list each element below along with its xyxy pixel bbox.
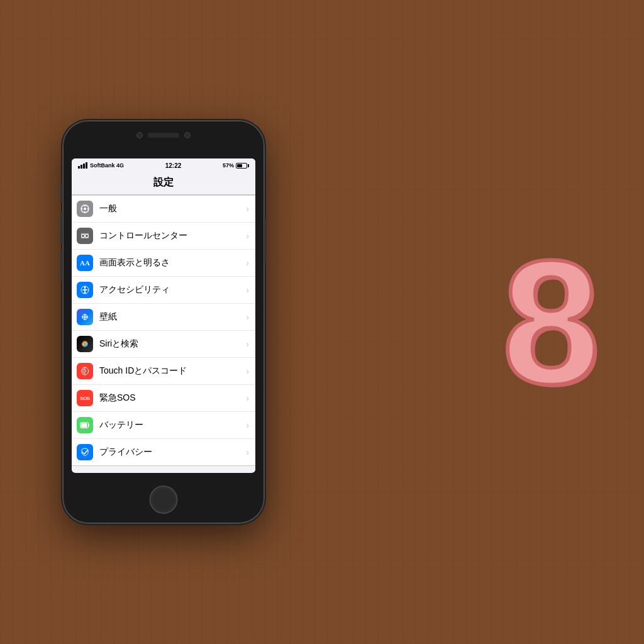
decoration-number: 8 (502, 234, 600, 410)
siri-chevron: › (246, 339, 249, 349)
status-left: SoftBank 4G (78, 162, 124, 169)
display-icon: AA (77, 255, 93, 271)
general-icon (77, 201, 93, 217)
sos-icon: SOS (77, 390, 93, 406)
touchid-label: Touch IDとパスコード (99, 365, 243, 377)
control-center-label: コントロールセンター (99, 230, 243, 242)
settings-item-battery[interactable]: バッテリー › (72, 412, 255, 439)
privacy-chevron: › (246, 447, 249, 457)
privacy-icon (77, 444, 93, 460)
settings-list: 一般 › コントロールセンター (72, 195, 255, 472)
status-right: 57% (223, 162, 249, 169)
status-time: 12:22 (165, 162, 182, 169)
svg-rect-21 (81, 423, 87, 428)
phone-top-bar (136, 132, 191, 138)
wallpaper-label: 壁紙 (99, 311, 243, 323)
settings-item-general[interactable]: 一般 › (72, 196, 255, 223)
svg-point-7 (86, 235, 89, 238)
battery-chevron: › (246, 420, 249, 430)
signal-bar-2 (80, 165, 82, 169)
control-center-chevron: › (246, 231, 249, 241)
status-bar: SoftBank 4G 12:22 57% (72, 158, 255, 172)
control-center-icon (77, 228, 93, 244)
sos-chevron: › (246, 393, 249, 403)
settings-item-touchid[interactable]: Touch IDとパスコード › (72, 358, 255, 385)
display-chevron: › (246, 258, 249, 268)
settings-item-siri[interactable]: Siriと検索 › (72, 331, 255, 358)
signal-bar-4 (86, 162, 87, 169)
svg-point-6 (82, 235, 85, 238)
signal-bars (78, 162, 87, 169)
battery-percent: 57% (223, 162, 234, 169)
front-camera (136, 132, 143, 138)
earpiece-speaker (148, 133, 179, 138)
general-settings-section: 一般 › コントロールセンター (72, 195, 255, 466)
mute-button[interactable] (60, 184, 63, 203)
svg-point-10 (84, 287, 86, 289)
number-eight-display: 8 (502, 234, 600, 410)
svg-point-18 (82, 341, 88, 347)
privacy-label: プライバシー (99, 447, 243, 458)
accessibility-icon (77, 282, 93, 298)
battery-tip (248, 164, 249, 167)
signal-bar-3 (83, 164, 85, 169)
settings-item-sos[interactable]: SOS 緊急SOS › (72, 385, 255, 412)
sensor (184, 132, 191, 138)
general-settings-group: 一般 › コントロールセンター (72, 195, 255, 466)
siri-label: Siriと検索 (99, 338, 243, 350)
settings-item-display[interactable]: AA 画面表示と明るさ › (72, 250, 255, 277)
settings-item-wallpaper[interactable]: 壁紙 › (72, 304, 255, 331)
carrier-label: SoftBank 4G (90, 162, 124, 169)
settings-item-privacy[interactable]: プライバシー › (72, 439, 255, 465)
battery-settings-icon (77, 417, 93, 433)
home-button[interactable] (150, 486, 178, 514)
volume-up-button[interactable] (60, 212, 63, 243)
wallpaper-icon (77, 309, 93, 325)
sos-label: 緊急SOS (99, 392, 243, 404)
siri-icon (77, 336, 93, 352)
volume-down-button[interactable] (60, 250, 63, 281)
touchid-icon (77, 363, 93, 379)
battery-icon (236, 163, 249, 169)
accessibility-chevron: › (246, 285, 249, 295)
battery-fill (237, 164, 242, 167)
accessibility-label: アクセシビリティ (99, 284, 243, 296)
general-chevron: › (246, 204, 249, 214)
page-title: 設定 (72, 172, 255, 195)
battery-body (236, 163, 247, 169)
phone-screen: SoftBank 4G 12:22 57% 設定 (72, 158, 255, 473)
display-label: 画面表示と明るさ (99, 257, 243, 269)
touchid-chevron: › (246, 366, 249, 376)
battery-label: バッテリー (99, 419, 243, 431)
general-label: 一般 (99, 203, 243, 214)
settings-item-accessibility[interactable]: アクセシビリティ › (72, 277, 255, 304)
svg-point-1 (84, 208, 86, 210)
settings-item-control-center[interactable]: コントロールセンター › (72, 223, 255, 250)
signal-bar-1 (78, 166, 80, 169)
wallpaper-chevron: › (246, 312, 249, 322)
power-button[interactable] (264, 218, 267, 262)
phone-container: SoftBank 4G 12:22 57% 設定 (63, 121, 264, 523)
